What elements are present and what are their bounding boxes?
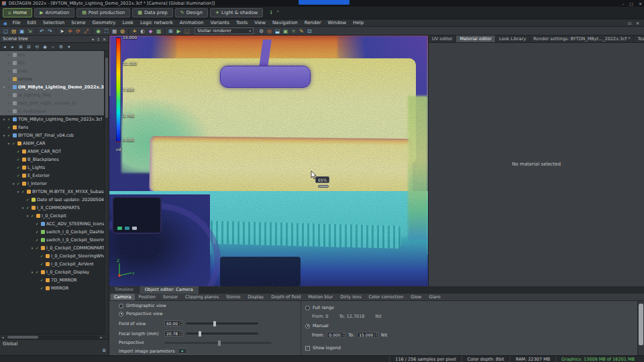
toolbar-icon[interactable]: [92, 28, 93, 34]
import-icon[interactable]: ⇲: [26, 27, 34, 35]
tree-row[interactable]: ▾ ✓ I_0_Cockpit: [0, 212, 104, 220]
menu-item[interactable]: Selection: [40, 19, 68, 27]
menu-item[interactable]: Render: [301, 19, 325, 27]
tree-forward-icon[interactable]: ▸: [9, 44, 16, 50]
light-icon[interactable]: ☀: [131, 27, 138, 35]
menu-item[interactable]: Help: [350, 19, 367, 27]
tree-row[interactable]: ✓ switch_I_0_Cockpit_SteeringWh: [0, 236, 104, 244]
visibility-check-icon[interactable]: ✓: [7, 101, 11, 105]
expand-icon[interactable]: ▾: [21, 206, 25, 210]
visibility-check-icon[interactable]: ✓: [40, 262, 44, 266]
scroll-left-icon[interactable]: [0, 335, 5, 339]
select-icon[interactable]: ➤: [58, 27, 66, 35]
tree-row[interactable]: ✓ ACC_ADV_STEERING_Icons.csb: [0, 220, 104, 228]
raytracing-icon[interactable]: ◎: [266, 27, 273, 35]
subtab-glow[interactable]: Glow: [407, 294, 425, 300]
subtab-glare[interactable]: Glare: [425, 294, 443, 300]
tab-object-editor-camera[interactable]: Object editor: Camera: [140, 286, 199, 294]
visibility-check-icon[interactable]: ✓: [36, 270, 40, 274]
menu-item[interactable]: Scene: [68, 19, 89, 27]
tree-row[interactable]: ✓ e_multiplane: [0, 107, 104, 115]
focal-length-slider[interactable]: [186, 333, 258, 335]
menu-item[interactable]: Logic network: [137, 19, 176, 27]
tree-settings-icon[interactable]: ⚙: [58, 44, 64, 50]
camera-icon[interactable]: ◉: [95, 27, 102, 35]
renderer-dropdown[interactable]: Stellar renderer ▾: [195, 27, 254, 34]
variants-icon[interactable]: ⊞: [167, 27, 174, 35]
material-icon[interactable]: ◆: [147, 27, 154, 35]
ribbon-tab-light-shadow[interactable]: ☀ Light & shadow: [210, 8, 263, 17]
tab-tessellate[interactable]: Tessellate: [634, 36, 644, 42]
visibility-check-icon[interactable]: ✓: [7, 53, 11, 57]
visibility-check-icon[interactable]: ✓: [7, 85, 11, 89]
visibility-check-icon[interactable]: ✓: [36, 230, 40, 234]
tab-timeline[interactable]: Timeline: [109, 286, 139, 294]
manual-to-input[interactable]: 15.000: [357, 332, 378, 338]
mdi-restore-icon[interactable]: ⊡: [628, 21, 631, 25]
fov-slider[interactable]: [186, 322, 258, 324]
full-range-radio[interactable]: [305, 306, 310, 310]
texture-icon[interactable]: ▩: [155, 27, 162, 35]
toolbar-icon[interactable]: [36, 28, 36, 34]
expand-icon[interactable]: ▾: [2, 133, 6, 137]
measure-icon[interactable]: ⌗: [290, 27, 297, 35]
menu-item[interactable]: Edit: [23, 19, 40, 27]
expand-icon[interactable]: ▾: [11, 182, 15, 186]
subtab-clipping-planes[interactable]: Clipping planes: [182, 294, 222, 300]
tree-row[interactable]: ✓ Date of last update: 20200504: [0, 196, 104, 204]
manual-range-radio[interactable]: [305, 324, 310, 328]
ribbon-tab-post-production[interactable]: ▤ Post production: [76, 8, 130, 17]
show-legend-checkbox[interactable]: [305, 346, 310, 351]
visibility-check-icon[interactable]: ✓: [36, 222, 40, 226]
new-file-icon[interactable]: ▢: [2, 27, 9, 35]
snapshot-icon[interactable]: ⬓: [274, 27, 281, 35]
visibility-check-icon[interactable]: ✓: [7, 93, 11, 97]
shaded-icon[interactable]: ◍: [119, 27, 126, 35]
tree-row[interactable]: ✓ E_Exterior: [0, 172, 104, 180]
ribbon-collapse-icon[interactable]: ⌃: [276, 10, 280, 15]
expand-all-icon[interactable]: ⊞: [17, 44, 24, 50]
subtab-camera[interactable]: Camera: [111, 294, 135, 300]
tree-row[interactable]: ▾ ✓ ON_MByte_Lighting_Demo_2022x.3cf*: [0, 83, 104, 91]
tree-back-icon[interactable]: ◂: [1, 44, 8, 50]
expand-icon[interactable]: ▾: [30, 246, 34, 250]
menu-item[interactable]: Geometry: [89, 19, 119, 27]
visibility-check-icon[interactable]: ✓: [7, 77, 11, 81]
visibility-check-icon[interactable]: ✓: [12, 141, 16, 145]
save-icon[interactable]: ▣: [18, 27, 25, 35]
collapse-all-icon[interactable]: ⊟: [25, 44, 32, 50]
visibility-check-icon[interactable]: ✓: [7, 61, 11, 65]
subtab-motion-blur[interactable]: Motion blur: [305, 294, 336, 300]
annotation-icon[interactable]: ✎: [298, 27, 305, 35]
layers-icon[interactable]: ≣: [102, 348, 106, 353]
tree-row[interactable]: ▾ ✓ I_X_COMMONPARTS: [0, 204, 104, 212]
visibility-check-icon[interactable]: ✓: [17, 166, 21, 170]
subtab-position[interactable]: Position: [136, 294, 159, 300]
ribbon-pin-icon[interactable]: ↧: [269, 10, 273, 15]
tree-row[interactable]: ✓ eras: [0, 67, 104, 75]
panel-pin-icon[interactable]: ↧: [97, 37, 100, 42]
tree-row[interactable]: ▾ ✓ TON_MByte_Lighting_Demo_2022x.3cf: [0, 115, 104, 123]
tree-row[interactable]: ✓ llans: [0, 123, 104, 131]
visibility-check-icon[interactable]: ✓: [17, 182, 21, 186]
visibility-check-icon[interactable]: ✓: [21, 190, 25, 194]
animation-icon[interactable]: ▶: [175, 27, 182, 35]
wireframe-icon[interactable]: ▦: [111, 27, 118, 35]
redo-icon[interactable]: ↷: [46, 27, 54, 35]
orthographic-view-radio[interactable]: [119, 304, 123, 308]
tree-row[interactable]: ▾ ✓ BYTON_M-BYTE_XX_MYXX_Subassem: [0, 188, 104, 196]
visibility-check-icon[interactable]: ✓: [7, 69, 11, 73]
tree-search-icon[interactable]: ⌕: [50, 44, 56, 50]
panel-close-icon[interactable]: ✕: [103, 37, 106, 42]
tree-row[interactable]: ✓ switch_I_0_Cockpit_Dashboard: [0, 228, 104, 236]
visibility-check-icon[interactable]: ✓: [17, 158, 21, 162]
ribbon-tab-design[interactable]: ✎ Design: [175, 8, 208, 17]
spinner-arrows-icon[interactable]: [341, 333, 345, 337]
maximize-button[interactable]: ▢: [629, 1, 633, 6]
expand-icon[interactable]: ▾: [2, 85, 6, 89]
panel-menu-icon[interactable]: ▾: [92, 37, 94, 42]
tree-row[interactable]: ✓ iences: [0, 75, 104, 83]
translate-icon[interactable]: ✛: [66, 27, 74, 35]
visibility-check-icon[interactable]: ✓: [7, 125, 11, 129]
viewport-3d[interactable]: 15.00011.2507.5003.7500.000 cd Z Y 65%: [109, 36, 428, 286]
